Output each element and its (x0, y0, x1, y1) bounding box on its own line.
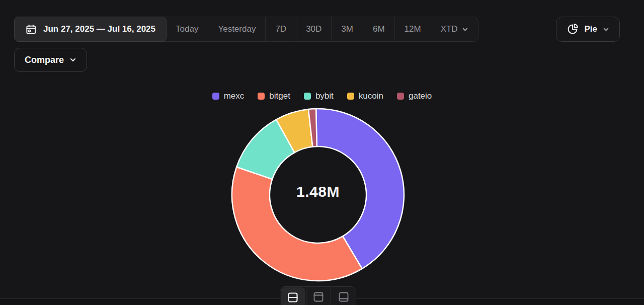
donut-chart-area (227, 104, 409, 285)
chart-type-button[interactable]: Pie (556, 17, 620, 42)
chart-legend: mexcbitgetbybitkucoingateio (0, 91, 644, 101)
date-range-label: Jun 27, 2025 — Jul 16, 2025 (43, 24, 155, 34)
legend-item-bitget[interactable]: bitget (258, 91, 290, 101)
range-label: 7D (275, 24, 286, 34)
layout-bottom-panel-button[interactable] (331, 287, 356, 305)
range-button-7d[interactable]: 7D (265, 17, 296, 41)
chart-type-label: Pie (584, 24, 597, 34)
bottom-panel-icon (337, 290, 350, 303)
legend-label: kucoin (359, 91, 383, 101)
layout-split-rows-button[interactable] (281, 287, 305, 305)
range-label: 30D (306, 24, 321, 34)
legend-swatch (397, 93, 404, 100)
legend-swatch (347, 93, 354, 100)
legend-item-kucoin[interactable]: kucoin (347, 91, 383, 101)
range-button-today[interactable]: Today (166, 17, 208, 41)
legend-label: bybit (315, 91, 334, 101)
legend-label: mexc (224, 91, 245, 101)
top-panel-icon (312, 290, 325, 303)
calendar-icon (25, 24, 37, 35)
layout-top-panel-button[interactable] (306, 287, 331, 305)
range-button-30d[interactable]: 30D (296, 17, 331, 41)
legend-item-mexc[interactable]: mexc (212, 91, 245, 101)
range-label: 12M (405, 24, 421, 34)
layout-switcher (280, 286, 356, 305)
toolbar: Jun 27, 2025 — Jul 16, 2025 Today Yester… (14, 17, 620, 42)
donut-chart[interactable] (227, 104, 409, 285)
range-label: XTD (441, 24, 458, 34)
range-label: 6M (373, 24, 385, 34)
chevron-down-icon (603, 26, 609, 33)
pie-slice-bitget[interactable] (232, 167, 362, 281)
chevron-down-icon (462, 26, 468, 33)
date-range-picker[interactable]: Jun 27, 2025 — Jul 16, 2025 (14, 17, 167, 42)
legend-swatch (258, 93, 265, 100)
compare-button[interactable]: Compare (14, 48, 87, 72)
range-button-3m[interactable]: 3M (331, 17, 363, 41)
range-label: Yesterday (218, 24, 256, 34)
legend-item-bybit[interactable]: bybit (304, 91, 334, 101)
split-rows-icon (286, 291, 299, 304)
legend-swatch (212, 93, 219, 100)
legend-label: bitget (269, 91, 290, 101)
range-button-xtd[interactable]: XTD (431, 17, 478, 41)
date-range-group: Jun 27, 2025 — Jul 16, 2025 Today Yester… (14, 17, 478, 42)
chevron-down-icon (69, 56, 76, 63)
range-label: Today (176, 24, 198, 34)
legend-item-gateio[interactable]: gateio (397, 91, 432, 101)
range-label: 3M (341, 24, 353, 34)
legend-label: gateio (409, 91, 432, 101)
pie-chart-icon (567, 23, 579, 35)
range-button-yesterday[interactable]: Yesterday (208, 17, 265, 41)
legend-swatch (304, 93, 311, 100)
range-button-12m[interactable]: 12M (394, 17, 431, 41)
compare-label: Compare (25, 55, 64, 65)
range-button-6m[interactable]: 6M (363, 17, 394, 41)
